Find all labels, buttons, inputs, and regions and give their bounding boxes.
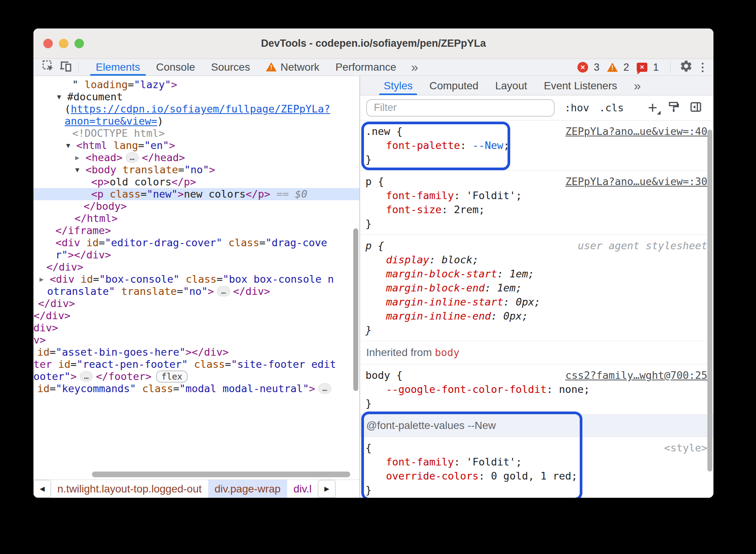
error-count[interactable]: 3: [594, 62, 599, 73]
css-property[interactable]: font-family: 'Foldit';: [365, 455, 707, 469]
collapse-sidebar-button[interactable]: [690, 101, 702, 115]
css-property-value[interactable]: 'Foldit': [466, 190, 516, 201]
css-property-name[interactable]: font-family: [386, 456, 454, 468]
css-property-name[interactable]: font-size: [386, 204, 441, 215]
issue-count[interactable]: 1: [653, 62, 659, 73]
dom-tree-row[interactable]: <div id="editor-drag-cover" class="drag-…: [33, 237, 359, 249]
tab-console[interactable]: Console: [148, 59, 203, 76]
tree-expand-arrow-icon[interactable]: ▼: [66, 139, 76, 152]
minimize-window-button[interactable]: [59, 39, 68, 48]
dom-tree-row[interactable]: </body>: [33, 200, 359, 212]
tab-network[interactable]: Network: [258, 59, 327, 76]
css-property[interactable]: margin-inline-start: 0px;: [365, 295, 707, 309]
css-property-name[interactable]: display: [386, 254, 429, 266]
close-window-button[interactable]: [43, 39, 53, 48]
breadcrumb-item[interactable]: div.page-wrap: [208, 480, 287, 498]
css-property-value[interactable]: 'Foldit': [466, 456, 516, 468]
css-property-value[interactable]: 0 gold, 1 red: [491, 470, 571, 482]
css-property[interactable]: font-family: 'Foldit';: [365, 188, 707, 203]
css-property-value[interactable]: --New: [473, 139, 503, 151]
zoom-window-button[interactable]: [74, 39, 84, 48]
inherited-node-link[interactable]: body: [435, 347, 460, 358]
dom-tree-row[interactable]: anon=true&view=): [33, 115, 359, 127]
tab-performance[interactable]: Performance: [327, 59, 404, 76]
more-options-button[interactable]: [698, 63, 707, 72]
dom-horizontal-scrollbar[interactable]: [92, 472, 350, 477]
ellipsis-expand-button[interactable]: …: [126, 152, 139, 163]
tab-sources[interactable]: Sources: [203, 59, 258, 76]
css-selector[interactable]: p {: [365, 174, 384, 188]
ellipsis-expand-button[interactable]: …: [217, 286, 230, 296]
dom-tree-row[interactable]: </div>: [33, 310, 359, 322]
css-selector[interactable]: body {: [365, 368, 403, 382]
ellipsis-expand-button[interactable]: …: [80, 371, 93, 381]
css-property[interactable]: font-palette: --New;: [365, 138, 707, 152]
issues-icon[interactable]: ✕: [637, 63, 647, 72]
css-selector[interactable]: p {: [365, 239, 384, 253]
css-property-value[interactable]: 0px: [516, 296, 534, 308]
css-property-name[interactable]: margin-block-start: [386, 268, 497, 280]
css-property-name[interactable]: margin-block-end: [386, 282, 485, 294]
rendering-emulation-button[interactable]: [667, 101, 680, 115]
dom-tree-row[interactable]: </html>: [33, 212, 359, 225]
css-property-name[interactable]: --google-font-color-foldit: [386, 383, 547, 395]
dom-tree-row[interactable]: r"></div>: [33, 249, 359, 261]
warning-icon[interactable]: [607, 63, 618, 72]
dom-tree-row[interactable]: " loading="lazy">: [33, 79, 359, 91]
dom-tree-row[interactable]: ▼<body translate="no">: [33, 164, 359, 176]
css-property-name[interactable]: font-palette: [386, 139, 460, 151]
tab-computed[interactable]: Computed: [421, 76, 487, 95]
css-property[interactable]: override-colors: 0 gold, 1 red;: [365, 469, 707, 483]
tab-event-listeners[interactable]: Event Listeners: [536, 76, 626, 95]
dom-tree-row[interactable]: ▼#document: [33, 91, 359, 103]
breadcrumb-scroll-left-button[interactable]: ◀: [33, 480, 51, 498]
css-property[interactable]: margin-inline-end: 0px;: [365, 309, 707, 323]
stylesheet-source-link[interactable]: ZEPpYLa?ano…ue&view=:30: [565, 174, 707, 188]
tab-styles[interactable]: Styles: [375, 76, 421, 95]
css-property[interactable]: --google-font-color-foldit: none;: [365, 382, 707, 396]
tab-elements[interactable]: Elements: [88, 59, 148, 76]
toggle-device-toolbar-button[interactable]: [57, 59, 74, 76]
more-panels-button[interactable]: »: [629, 79, 645, 93]
tab-layout[interactable]: Layout: [487, 76, 535, 95]
dom-tree-row-selected[interactable]: <p class="new">new colors</p> == $0: [33, 188, 359, 200]
dom-tree-row[interactable]: (https://cdpn.io/sofiayem/fullpage/ZEPpY…: [33, 103, 359, 115]
pseudo-state-toggle[interactable]: :hov: [565, 102, 589, 114]
element-class-toggle[interactable]: .cls: [599, 102, 624, 114]
styles-filter-input[interactable]: [366, 99, 555, 117]
css-property-name[interactable]: margin-inline-start: [386, 296, 503, 308]
inspect-element-button[interactable]: [40, 59, 57, 76]
warning-count[interactable]: 2: [623, 62, 629, 73]
breadcrumb-item[interactable]: div.l: [287, 480, 318, 498]
dom-tree-row[interactable]: ter id="react-pen-footer" class="site-fo…: [33, 358, 359, 370]
settings-button[interactable]: [677, 59, 695, 76]
styles-vertical-scrollbar[interactable]: [707, 130, 712, 472]
stylesheet-source-link[interactable]: css2?family…wght@700:25: [565, 368, 707, 382]
css-property-value[interactable]: none: [559, 383, 584, 395]
dom-vertical-scrollbar[interactable]: [353, 228, 358, 391]
css-property[interactable]: margin-block-start: 1em;: [365, 267, 707, 281]
breadcrumb-scroll-right-button[interactable]: ▶: [318, 480, 335, 498]
new-style-rule-button[interactable]: +: [648, 101, 657, 115]
css-selector[interactable]: {: [365, 441, 372, 455]
css-property-name[interactable]: override-colors: [386, 470, 479, 482]
dom-tree-row[interactable]: ▶<head>…</head>: [33, 152, 359, 164]
css-property[interactable]: margin-block-end: 1em;: [365, 281, 707, 295]
dom-tree-row[interactable]: <p>old colors</p>: [33, 176, 359, 188]
ellipsis-expand-button[interactable]: …: [318, 383, 332, 394]
dom-tree-row[interactable]: id="asset-bin-goes-here"></div>: [33, 346, 359, 358]
document-url-link[interactable]: anon=true&view=: [65, 115, 157, 127]
css-property[interactable]: font-size: 2rem;: [365, 203, 707, 217]
css-property-value[interactable]: 2rem: [454, 204, 479, 215]
css-property[interactable]: display: block;: [365, 253, 707, 267]
dom-tree-row[interactable]: </div>: [33, 298, 359, 310]
css-selector[interactable]: .new {: [365, 124, 403, 138]
css-property-value[interactable]: 0px: [503, 310, 522, 322]
css-property-value[interactable]: 1em: [509, 268, 528, 280]
tree-expand-arrow-icon[interactable]: ▼: [57, 91, 67, 103]
document-url-link[interactable]: https://cdpn.io/sofiayem/fullpage/ZEPpYL…: [71, 103, 330, 115]
tree-collapsed-arrow-icon[interactable]: ▶: [75, 152, 85, 164]
dom-tree-row[interactable]: v>: [33, 334, 359, 346]
dom-tree-row[interactable]: ooter">…</footer>flex: [33, 370, 359, 383]
css-property-value[interactable]: 1em: [497, 282, 516, 294]
